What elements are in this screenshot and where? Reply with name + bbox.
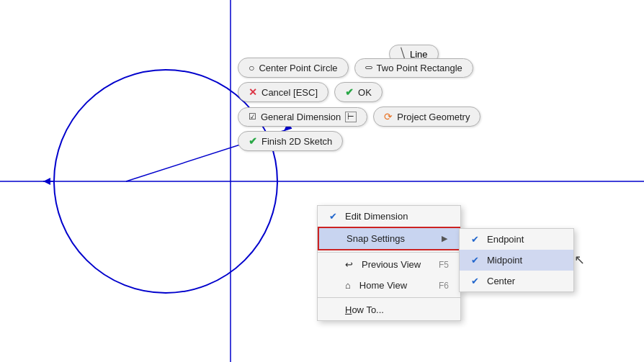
endpoint-label: Endpoint	[487, 234, 524, 245]
center-label: Center	[487, 276, 515, 286]
toolbar-container: ○ Center Point Circle Two Point Rectangl…	[238, 58, 480, 151]
general-dimension-button[interactable]: ☑ General Dimension ⊢	[238, 107, 367, 127]
menu-item-edit-dimension[interactable]: ✔ Edit Dimension	[318, 206, 460, 227]
submenu-item-center[interactable]: ✔ Center	[460, 271, 573, 291]
menu-divider-1	[318, 252, 460, 253]
menu-item-how-to[interactable]: How To...	[318, 299, 460, 320]
project-icon: ⟳	[384, 111, 393, 122]
previous-view-label: Previous View	[362, 259, 421, 270]
dimension-mark-icon: ⊢	[345, 112, 357, 122]
snap-settings-label: Snap Settings	[346, 233, 405, 244]
two-point-rectangle-button[interactable]: Two Point Rectangle	[354, 58, 473, 78]
menu-item-snap-settings[interactable]: Snap Settings ▶ ✔ Endpoint ✔ Midpoint ↖ …	[318, 227, 460, 250]
rectangle-icon	[365, 66, 372, 69]
midpoint-check: ✔	[471, 255, 481, 266]
center-point-circle-button[interactable]: ○ Center Point Circle	[238, 58, 349, 78]
home-view-shortcut: F6	[439, 281, 449, 291]
checkbox-icon: ☑	[249, 112, 256, 122]
center-check: ✔	[471, 276, 481, 286]
menu-divider-2	[318, 297, 460, 298]
midpoint-label: Midpoint	[487, 255, 522, 266]
edit-dimension-check: ✔	[329, 211, 339, 222]
ok-button[interactable]: ✔ OK	[334, 82, 383, 102]
cancel-icon: ✕	[249, 86, 257, 98]
menu-item-previous-view[interactable]: ↩ Previous View F5	[318, 254, 460, 275]
svg-marker-6	[43, 178, 50, 185]
ok-check-icon: ✔	[345, 86, 354, 98]
finish-check-icon: ✔	[249, 135, 257, 147]
submenu-item-midpoint[interactable]: ✔ Midpoint ↖	[460, 250, 573, 271]
context-menu: ✔ Edit Dimension Snap Settings ▶ ✔ Endpo…	[317, 205, 461, 321]
previous-view-shortcut: F5	[439, 260, 449, 270]
circle-icon: ○	[249, 62, 254, 73]
toolbar-row-3: ☑ General Dimension ⊢ ⟳ Project Geometry	[238, 107, 480, 127]
toolbar-row-2: ✕ Cancel [ESC] ✔ OK	[238, 82, 480, 102]
submenu-item-endpoint[interactable]: ✔ Endpoint	[460, 229, 573, 250]
previous-view-icon: ↩	[345, 259, 353, 270]
toolbar-row-1: ○ Center Point Circle Two Point Rectangl…	[238, 58, 480, 78]
endpoint-check: ✔	[471, 234, 481, 245]
menu-item-home-view[interactable]: ⌂ Home View F6	[318, 275, 460, 296]
mouse-cursor-icon: ↖	[574, 252, 585, 268]
snap-settings-submenu: ✔ Endpoint ✔ Midpoint ↖ ✔ Center	[459, 228, 574, 292]
finish-2d-sketch-button[interactable]: ✔ Finish 2D Sketch	[238, 131, 343, 151]
project-geometry-button[interactable]: ⟳ Project Geometry	[373, 107, 480, 127]
home-icon: ⌂	[345, 280, 351, 291]
edit-dimension-label: Edit Dimension	[345, 211, 408, 222]
cancel-esc-button[interactable]: ✕ Cancel [ESC]	[238, 82, 328, 102]
toolbar-row-4: ✔ Finish 2D Sketch	[238, 131, 480, 151]
home-view-label: Home View	[359, 280, 407, 291]
how-to-label: How To...	[345, 304, 384, 315]
snap-settings-arrow: ▶	[442, 234, 447, 243]
